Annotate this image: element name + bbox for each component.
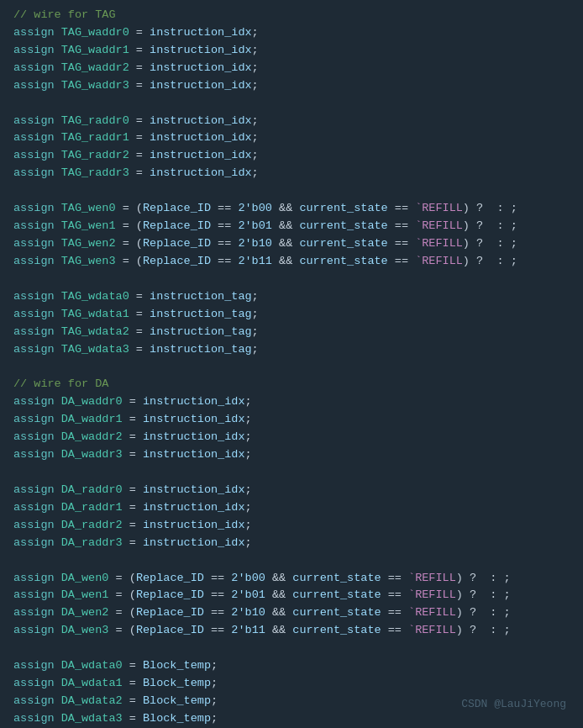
code-line: assign DA_wdata3 = Block_temp;: [0, 710, 583, 728]
code-line: assign TAG_wen2 = (Replace_ID == 2'b10 &…: [0, 235, 583, 253]
watermark: CSDN @LauJiYeong: [461, 696, 566, 713]
code-line: assign DA_wen3 = (Replace_ID == 2'b11 &&…: [0, 622, 583, 640]
code-line: assign DA_wdata1 = Block_temp;: [0, 675, 583, 693]
code-line: assign DA_wen0 = (Replace_ID == 2'b00 &&…: [0, 570, 583, 588]
code-line: assign DA_wdata0 = Block_temp;: [0, 657, 583, 675]
code-line: assign TAG_waddr2 = instruction_idx;: [0, 60, 583, 77]
code-line: assign TAG_raddr1 = instruction_idx;: [0, 129, 583, 147]
code-line: assign DA_waddr2 = instruction_idx;: [0, 429, 583, 446]
code-line: assign TAG_wdata0 = instruction_tag;: [0, 288, 583, 306]
code-line: assign TAG_wen0 = (Replace_ID == 2'b00 &…: [0, 200, 583, 218]
code-editor: // wire for TAGassign TAG_waddr0 = instr…: [0, 0, 583, 728]
code-line: assign DA_raddr3 = instruction_idx;: [0, 535, 583, 552]
code-line: assign DA_raddr2 = instruction_idx;: [0, 517, 583, 535]
code-line: assign TAG_wdata2 = instruction_tag;: [0, 324, 583, 341]
code-line: assign DA_waddr1 = instruction_idx;: [0, 411, 583, 429]
code-line: assign TAG_raddr0 = instruction_idx;: [0, 113, 583, 130]
code-line: assign DA_wen2 = (Replace_ID == 2'b10 &&…: [0, 604, 583, 622]
code-line: assign TAG_waddr0 = instruction_idx;: [0, 24, 583, 42]
code-line-comment: // wire for DA: [0, 376, 583, 393]
code-line: assign TAG_waddr3 = instruction_idx;: [0, 77, 583, 95]
code-line: assign DA_wen1 = (Replace_ID == 2'b01 &&…: [0, 587, 583, 604]
code-line: assign DA_raddr0 = instruction_idx;: [0, 482, 583, 499]
code-line: assign DA_raddr1 = instruction_idx;: [0, 499, 583, 517]
code-line: assign TAG_raddr3 = instruction_idx;: [0, 165, 583, 182]
code-line: assign TAG_raddr2 = instruction_idx;: [0, 147, 583, 165]
code-line: assign DA_waddr0 = instruction_idx;: [0, 393, 583, 411]
code-line: assign TAG_wen1 = (Replace_ID == 2'b01 &…: [0, 218, 583, 235]
code-line: assign TAG_wdata1 = instruction_tag;: [0, 306, 583, 324]
code-line-comment: // wire for TAG: [0, 7, 583, 24]
code-line: assign TAG_wen3 = (Replace_ID == 2'b11 &…: [0, 253, 583, 271]
code-line: assign TAG_wdata3 = instruction_tag;: [0, 341, 583, 359]
code-line: assign TAG_waddr1 = instruction_idx;: [0, 42, 583, 60]
code-line: assign DA_waddr3 = instruction_idx;: [0, 446, 583, 464]
